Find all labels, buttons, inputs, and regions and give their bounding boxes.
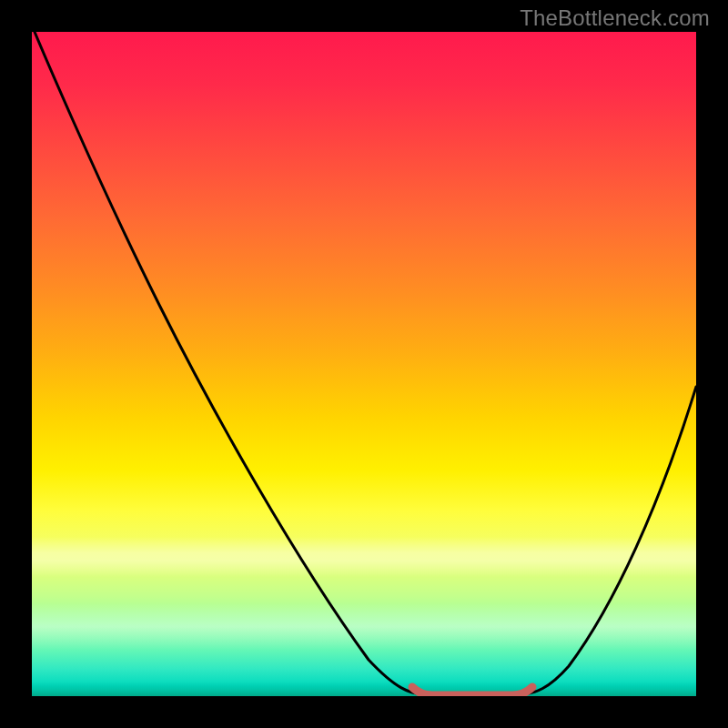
optimal-range-marker (412, 687, 532, 695)
chart-frame: TheBottleneck.com (0, 0, 728, 728)
bottleneck-curve (35, 32, 696, 694)
plot-area (32, 32, 696, 696)
watermark-text: TheBottleneck.com (520, 5, 710, 31)
curve-layer (32, 32, 696, 696)
